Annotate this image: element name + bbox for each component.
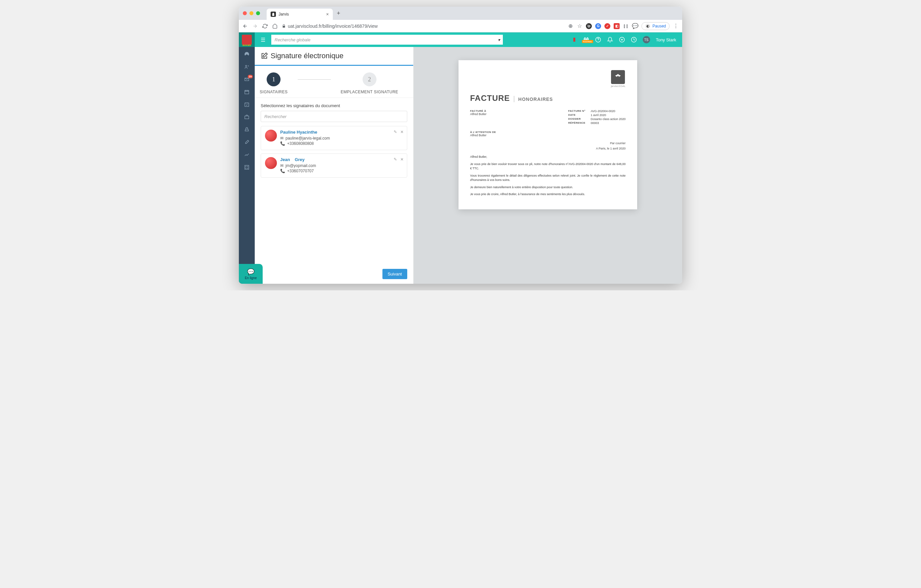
chat-widget[interactable]: 💬 En ligne — [239, 264, 263, 284]
nav-billing-icon[interactable] — [244, 126, 250, 133]
menu-toggle-icon[interactable]: ☰ — [258, 37, 268, 43]
nav-edit-icon[interactable] — [244, 139, 250, 146]
step-2[interactable]: 2 EMPLACEMENT SIGNATURE — [341, 72, 398, 94]
signer-name[interactable]: Jean Grey — [280, 157, 403, 162]
search-placeholder: Recherche globale — [275, 37, 310, 42]
window-controls — [243, 11, 260, 15]
section-label: Sélectionnez les signataires du document — [255, 98, 413, 111]
chevron-down-icon: ▾ — [498, 37, 500, 42]
tab-favicon — [271, 11, 276, 17]
close-window[interactable] — [243, 11, 247, 15]
profile-icon: ◐ — [645, 23, 650, 29]
signer-card: Jean Grey ✉jm@yopmail.com 📞+33607070707 … — [261, 153, 407, 178]
signature-panel: Signature électronique 1 SIGNATAIRES 2 E… — [255, 47, 413, 284]
gift-badge: Nouveau — [582, 40, 593, 43]
maximize-window[interactable] — [256, 11, 260, 15]
invoice-document: jarvisLEGAL FACTURE | HONORAIRES FACTURÉ… — [459, 60, 637, 210]
clock-icon[interactable] — [631, 37, 637, 43]
remove-signer-icon[interactable]: ✕ — [400, 157, 404, 162]
nav-tasks-icon[interactable] — [244, 101, 250, 108]
alert-icon[interactable] — [571, 37, 577, 43]
menu-icon[interactable]: ⋮ — [673, 23, 679, 29]
reload-button[interactable] — [262, 23, 268, 29]
zoom-icon[interactable]: ⊕ — [567, 23, 573, 29]
nav-dashboard-icon[interactable] — [244, 51, 250, 58]
mail-icon: ✉ — [280, 163, 283, 168]
ext-red-icon[interactable]: ✓ — [604, 23, 610, 29]
ext-bars-icon[interactable]: ⫿⫿ — [623, 23, 629, 29]
nav-stats-icon[interactable] — [244, 151, 250, 158]
forward-button[interactable] — [252, 23, 258, 29]
url-field[interactable]: uat.jarviscloud.fr/billing/invoice/14687… — [282, 23, 563, 29]
signer-name[interactable]: Pauline Hyacinthe — [280, 130, 403, 135]
page-header: Signature électronique — [255, 47, 413, 65]
tab-close-icon[interactable]: × — [326, 11, 329, 17]
signer-search[interactable]: Rechercher — [261, 111, 407, 122]
nav-briefcase-icon[interactable] — [244, 114, 250, 120]
app-topbar: avocats ☰ Recherche globale ▾ Nouveau TS… — [239, 32, 682, 47]
svg-point-15 — [247, 168, 248, 168]
next-button[interactable]: Suivant — [382, 269, 407, 279]
user-avatar[interactable]: TS — [643, 36, 650, 43]
signer-list: Pauline Hyacinthe ✉pauline@jarvis-legal.… — [255, 122, 413, 182]
back-button[interactable] — [242, 23, 248, 29]
extensions: ⊕ ☆ ip G ✓ ◧ ⫿⫿ 💬 ◐ Paused ⋮ — [567, 22, 679, 30]
svg-point-6 — [246, 65, 247, 67]
gift-icon[interactable]: Nouveau — [583, 37, 589, 43]
remove-signer-icon[interactable]: ✕ — [400, 130, 404, 134]
edit-signer-icon[interactable]: ✎ — [394, 157, 397, 162]
global-search[interactable]: Recherche globale ▾ — [271, 35, 503, 45]
ext-ip-icon[interactable]: ip — [586, 23, 592, 29]
profile-paused[interactable]: ◐ Paused — [641, 22, 670, 30]
step-1[interactable]: 1 SIGNATAIRES — [260, 72, 288, 94]
svg-rect-11 — [245, 166, 249, 169]
svg-rect-0 — [573, 38, 575, 42]
url-text: uat.jarviscloud.fr/billing/invoice/14687… — [288, 23, 378, 29]
bell-icon[interactable] — [607, 37, 613, 43]
svg-rect-8 — [245, 90, 249, 94]
ext-translate-icon[interactable]: G — [595, 23, 601, 29]
page-title: Signature électronique — [271, 52, 343, 60]
document-preview-pane: jarvisLEGAL FACTURE | HONORAIRES FACTURÉ… — [413, 47, 682, 284]
tab-title: Jarvis — [278, 12, 324, 16]
svg-point-14 — [246, 168, 246, 168]
signer-card: Pauline Hyacinthe ✉pauline@jarvis-legal.… — [261, 126, 407, 150]
help-icon[interactable] — [595, 37, 601, 43]
chat-label: En ligne — [245, 276, 257, 280]
new-tab-button[interactable]: + — [337, 10, 340, 17]
app: avocats ☰ Recherche globale ▾ Nouveau TS… — [239, 32, 682, 284]
lock-icon — [282, 24, 286, 28]
ext-chat-icon[interactable]: 💬 — [632, 23, 638, 29]
edit-signer-icon[interactable]: ✎ — [394, 130, 397, 134]
svg-point-13 — [247, 166, 248, 167]
star-icon[interactable]: ☆ — [577, 23, 583, 29]
phone-icon: 📞 — [280, 169, 285, 173]
phone-icon: 📞 — [280, 141, 285, 146]
user-name[interactable]: Tony Stark — [656, 37, 676, 42]
nav-mail-icon[interactable]: 29 — [244, 76, 250, 83]
doc-logo-icon — [611, 70, 625, 84]
browser-window: Jarvis × + uat.jarviscloud.fr/billing/in… — [239, 6, 682, 284]
nav-calendar-icon[interactable] — [244, 89, 250, 95]
doc-title: FACTURE — [470, 94, 510, 103]
svg-rect-10 — [245, 116, 249, 119]
svg-point-12 — [246, 166, 246, 167]
browser-addressbar: uat.jarviscloud.fr/billing/invoice/14687… — [239, 20, 682, 32]
svg-rect-9 — [245, 103, 249, 107]
nav-apps-icon[interactable] — [244, 164, 250, 171]
browser-titlebar: Jarvis × + — [239, 6, 682, 20]
minimize-window[interactable] — [249, 11, 254, 15]
stepper: 1 SIGNATAIRES 2 EMPLACEMENT SIGNATURE — [255, 65, 413, 98]
signer-avatar — [265, 130, 277, 141]
signer-avatar — [265, 157, 277, 169]
home-button[interactable] — [272, 23, 278, 29]
ext-square-icon[interactable]: ◧ — [613, 23, 620, 29]
chat-icon: 💬 — [247, 268, 254, 276]
edit-icon — [261, 52, 268, 60]
mail-icon: ✉ — [280, 136, 283, 141]
browser-tab[interactable]: Jarvis × — [267, 8, 333, 20]
brand-logo[interactable]: avocats — [239, 32, 255, 47]
add-icon[interactable] — [619, 37, 625, 43]
nav-contacts-icon[interactable] — [244, 63, 250, 70]
side-nav: 29 💬 En ligne — [239, 47, 255, 284]
